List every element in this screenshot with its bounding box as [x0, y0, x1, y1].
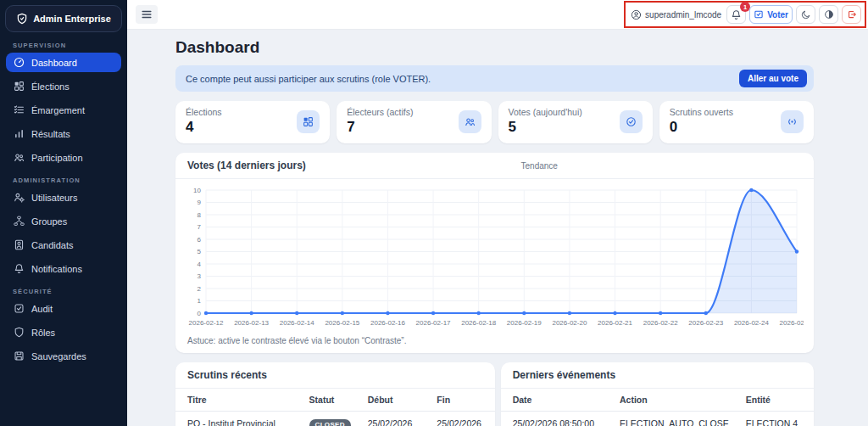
- svg-text:2026-02-15: 2026-02-15: [325, 319, 359, 327]
- svg-text:2026-02-23: 2026-02-23: [688, 319, 723, 327]
- bell-icon: [14, 263, 25, 274]
- app-logo[interactable]: Admin Enterprise: [5, 5, 122, 32]
- ballot-check-icon: [754, 9, 764, 20]
- hamburger-menu-button[interactable]: [136, 5, 158, 24]
- svg-text:4: 4: [198, 261, 202, 268]
- broadcast-icon: [781, 110, 804, 133]
- svg-text:2026-02-16: 2026-02-16: [370, 319, 405, 327]
- sidebar-item-sauvegardes[interactable]: Sauvegardes: [6, 346, 121, 366]
- grid-icon: [297, 110, 320, 133]
- section-label-administration: ADMINISTRATION: [13, 177, 114, 184]
- sidebar-item-notifications[interactable]: Notifications: [6, 259, 121, 278]
- contrast-hint-note: Astuce: active le contraste élevé via le…: [175, 332, 814, 353]
- stat-value: 0: [670, 119, 733, 136]
- contrast-button[interactable]: [819, 5, 838, 24]
- save-icon: [14, 350, 25, 362]
- svg-text:7: 7: [198, 223, 202, 231]
- people-icon: [459, 110, 481, 133]
- stat-card-electeurs: Électeurs (actifs)7: [337, 101, 491, 143]
- chart-legend-tendance[interactable]: Tendance: [521, 161, 558, 171]
- logout-button[interactable]: [842, 5, 861, 24]
- sidebar-item-groupes[interactable]: Groupes: [6, 211, 121, 231]
- votes-line-chart: 0123456789102026-02-122026-02-132026-02-…: [184, 182, 804, 328]
- svg-text:2026-02-24: 2026-02-24: [734, 319, 769, 327]
- recent-polls-table: Titre Statut Début Fin PO - Institut Pro…: [175, 389, 495, 426]
- main-content: Dashboard Ce compte peut aussi participe…: [127, 30, 868, 426]
- svg-text:2026-02-17: 2026-02-17: [416, 319, 451, 327]
- stat-value: 5: [509, 119, 582, 136]
- stat-card-elections: Élections4: [175, 101, 330, 143]
- logout-icon: [847, 9, 857, 20]
- poll-end-cell: 25/02/2026 08:50:00: [428, 412, 494, 426]
- people-icon: [14, 152, 25, 163]
- alert-text: Ce compte peut aussi participer aux scru…: [186, 74, 431, 84]
- svg-text:3: 3: [198, 272, 202, 280]
- svg-text:1: 1: [198, 297, 202, 305]
- contrast-icon: [824, 9, 834, 20]
- column-header: Entité: [737, 389, 814, 412]
- person-gear-icon: [14, 192, 25, 203]
- bell-icon: [731, 9, 742, 20]
- sidebar-item-dashboard[interactable]: Dashboard: [6, 53, 121, 72]
- shield-icon: [14, 327, 25, 338]
- svg-text:2026-02-21: 2026-02-21: [598, 319, 632, 327]
- sidebar-item-utilisateurs[interactable]: Utilisateurs: [6, 188, 121, 207]
- aller-au-vote-button[interactable]: Aller au vote: [739, 70, 807, 87]
- grid-icon: [14, 81, 25, 92]
- column-header: Titre: [175, 389, 301, 412]
- latest-events-card: Derniers événements Date Action Entité 2…: [501, 362, 814, 426]
- dark-mode-button[interactable]: [796, 5, 815, 24]
- moon-icon: [801, 9, 811, 20]
- section-label-supervision: SUPERVISION: [13, 42, 114, 49]
- votes-chart-card: Votes (14 derniers jours) Tendance 01234…: [175, 153, 814, 353]
- svg-text:8: 8: [198, 211, 202, 219]
- sidebar-item-participation[interactable]: Participation: [6, 148, 121, 167]
- recent-polls-title: Scrutins récents: [187, 369, 267, 381]
- column-header: Début: [359, 389, 429, 412]
- page-title: Dashboard: [175, 38, 814, 57]
- sidebar-item-elections[interactable]: Élections: [6, 76, 121, 96]
- sidebar-item-resultats[interactable]: Résultats: [6, 124, 121, 143]
- chart-title: Votes (14 derniers jours): [187, 160, 306, 171]
- sidebar-item-emargement[interactable]: Émargement: [6, 100, 121, 120]
- check-square-icon: [14, 303, 25, 314]
- poll-start-cell: 25/02/2026 08:45:00: [359, 412, 429, 426]
- svg-text:2026-02-22: 2026-02-22: [643, 319, 678, 327]
- sidebar-item-audit[interactable]: Audit: [6, 299, 121, 318]
- svg-text:2026-02-18: 2026-02-18: [461, 319, 496, 327]
- column-header: Action: [611, 389, 737, 412]
- list-check-icon: [14, 104, 25, 115]
- speedometer-icon: [14, 57, 25, 68]
- notifications-button[interactable]: 1: [726, 5, 746, 24]
- svg-text:2026-02-25: 2026-02-25: [780, 319, 804, 327]
- poll-title-cell: PO - Institut Provincial Saint-Guibert: [175, 412, 301, 426]
- stat-card-scrutins-ouverts: Scrutins ouverts0: [659, 101, 814, 143]
- shield-check-icon: [16, 13, 28, 25]
- svg-text:0: 0: [198, 310, 202, 317]
- app-logo-label: Admin Enterprise: [33, 14, 111, 24]
- sidebar-item-candidats[interactable]: Candidats: [6, 235, 121, 255]
- stat-value: 7: [347, 119, 413, 136]
- svg-text:2026-02-20: 2026-02-20: [552, 319, 587, 327]
- person-circle-icon: [631, 9, 642, 20]
- recent-polls-card: Scrutins récents Titre Statut Début Fin: [175, 362, 495, 426]
- svg-text:2: 2: [198, 285, 202, 293]
- svg-text:5: 5: [198, 248, 202, 255]
- diagram-icon: [14, 216, 25, 227]
- annotation-highlight-box: superadmin_lmcode 1 Voter: [624, 1, 866, 28]
- sidebar-item-roles[interactable]: Rôles: [6, 322, 121, 342]
- topbar: superadmin_lmcode 1 Voter: [127, 0, 868, 30]
- svg-text:9: 9: [198, 199, 202, 206]
- latest-events-title: Derniers événements: [513, 369, 615, 381]
- sidebar: Admin Enterprise SUPERVISION Dashboard É…: [0, 0, 127, 426]
- svg-text:2026-02-12: 2026-02-12: [189, 319, 224, 327]
- user-menu[interactable]: superadmin_lmcode: [629, 9, 723, 20]
- person-badge-icon: [14, 239, 25, 250]
- stat-cards-row: Élections4 Électeurs (actifs)7 Votes (au…: [175, 101, 814, 143]
- column-header: Date: [501, 389, 611, 412]
- column-header: Fin: [428, 389, 494, 412]
- username-label: superadmin_lmcode: [645, 10, 721, 20]
- svg-text:10: 10: [193, 187, 201, 194]
- voter-button[interactable]: Voter: [749, 5, 793, 24]
- section-label-securite: SÉCURITÉ: [13, 288, 114, 295]
